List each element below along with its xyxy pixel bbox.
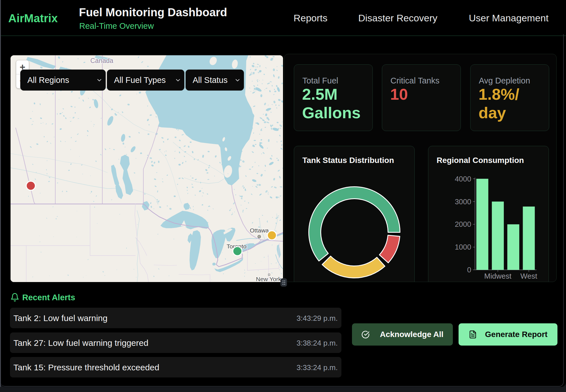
svg-text:Canada: Canada: [90, 57, 113, 64]
svg-text:1000: 1000: [455, 243, 471, 251]
svg-text:Midwest: Midwest: [484, 272, 512, 280]
svg-text:3000: 3000: [455, 197, 471, 206]
svg-text:West: West: [520, 272, 538, 280]
svg-text:2000: 2000: [455, 220, 471, 228]
svg-text:0: 0: [467, 266, 471, 274]
svg-text:New York: New York: [256, 276, 281, 282]
svg-text:4000: 4000: [455, 175, 471, 183]
svg-text:Ottawa: Ottawa: [250, 227, 269, 234]
